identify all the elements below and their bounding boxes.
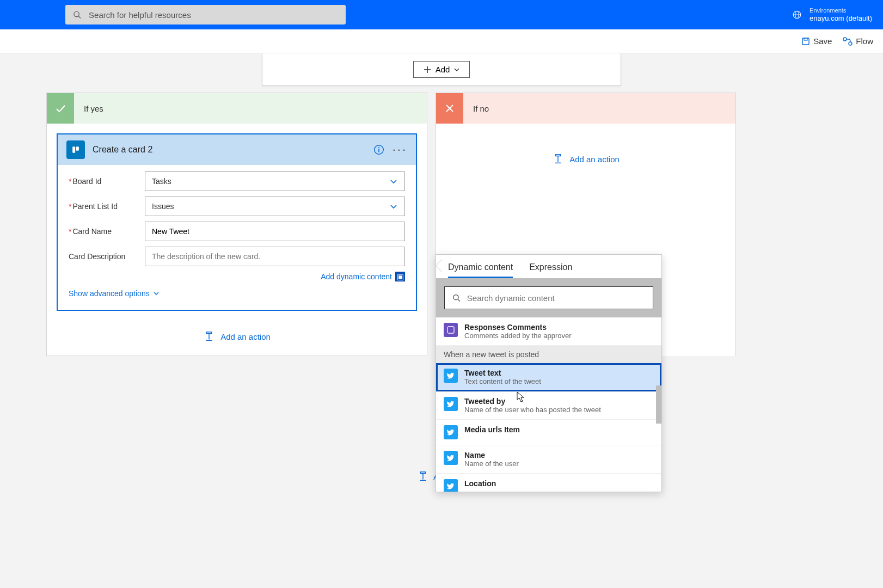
cardname-input[interactable] <box>145 222 405 241</box>
trello-create-card-step: Create a card 2 ··· Board Id Tasks Paren… <box>57 133 417 311</box>
info-icon[interactable] <box>373 144 385 156</box>
svg-point-15 <box>378 147 379 148</box>
twitter-icon <box>444 479 458 492</box>
parentlist-label: Parent List Id <box>69 202 145 211</box>
item-title: Name <box>464 451 519 460</box>
add-action-no-label: Add an action <box>569 155 620 164</box>
save-button[interactable]: Save <box>801 36 832 46</box>
dynamic-item-responses-comments[interactable]: Responses Comments Comments added by the… <box>436 317 661 346</box>
dynamic-search[interactable] <box>444 286 653 309</box>
dynamic-item-tweet-text[interactable]: Tweet text Text content of the tweet <box>436 363 661 391</box>
dynamic-content-toggle-icon: ▣ <box>395 272 405 281</box>
show-advanced-link[interactable]: Show advanced options <box>69 289 405 298</box>
add-action-icon <box>417 470 429 482</box>
twitter-icon <box>444 425 458 439</box>
dynamic-content-label: Add dynamic content <box>321 272 392 281</box>
dynamic-item-media-urls[interactable]: Media urls Item <box>436 420 661 445</box>
item-desc: Name of the user <box>464 460 519 468</box>
boardid-value: Tasks <box>152 177 171 186</box>
add-action-icon <box>203 330 215 342</box>
dynamic-content-panel: Dynamic content Expression Responses Com… <box>436 254 662 492</box>
item-desc: Name of the user who has posted the twee… <box>464 406 601 414</box>
chevron-down-icon <box>454 67 459 72</box>
advanced-label: Show advanced options <box>69 289 150 298</box>
dynamic-search-input[interactable] <box>467 293 645 303</box>
add-action-yes[interactable]: Add an action <box>47 330 427 342</box>
svg-line-1 <box>78 16 81 19</box>
item-title: Tweet text <box>464 369 541 377</box>
branch-yes-title: If yes <box>84 104 103 113</box>
close-icon <box>436 93 463 124</box>
svg-point-8 <box>849 42 852 45</box>
dynamic-group-header: When a new tweet is posted <box>436 346 661 363</box>
branch-if-yes: If yes Create a card 2 ··· Board Id <box>46 93 427 356</box>
environment-icon <box>792 10 802 20</box>
branch-no-header[interactable]: If no <box>436 93 735 124</box>
search-input[interactable] <box>89 10 338 20</box>
dynamic-content-list[interactable]: Responses Comments Comments added by the… <box>436 317 661 492</box>
environment-label: Environments <box>810 7 872 14</box>
svg-point-0 <box>74 11 79 16</box>
add-condition-button[interactable]: Add <box>413 61 470 78</box>
approvals-icon <box>444 323 458 337</box>
add-dynamic-content-link[interactable]: Add dynamic content ▣ <box>69 272 405 281</box>
carddesc-input[interactable] <box>145 247 405 266</box>
card-header[interactable]: Create a card 2 ··· <box>58 134 416 165</box>
item-desc: Comments added by the approver <box>464 332 572 340</box>
tab-dynamic-content[interactable]: Dynamic content <box>448 262 513 278</box>
scrollbar-thumb[interactable] <box>656 385 661 424</box>
add-action-icon <box>552 153 564 165</box>
item-title: Responses Comments <box>464 323 572 332</box>
carddesc-field[interactable] <box>152 252 398 261</box>
item-desc: Text content of the tweet <box>464 377 541 385</box>
item-title: Media urls Item <box>464 425 520 434</box>
parentlist-select[interactable]: Issues <box>145 197 405 216</box>
carddesc-label: Card Description <box>69 252 145 261</box>
tab-expression[interactable]: Expression <box>529 262 572 278</box>
header-search[interactable] <box>65 5 346 24</box>
add-action-label: Add an action <box>220 332 271 341</box>
environment-picker[interactable]: Environments enayu.com (default) <box>810 7 872 23</box>
svg-rect-22 <box>556 155 561 156</box>
dynamic-item-name[interactable]: Name Name of the user <box>436 445 661 474</box>
cardname-field[interactable] <box>152 227 398 236</box>
condition-add-row: Add <box>262 53 621 86</box>
search-icon <box>73 10 81 19</box>
save-icon <box>801 37 810 46</box>
item-title: Tweeted by <box>464 397 601 406</box>
parentlist-value: Issues <box>152 202 174 211</box>
card-title: Create a card 2 <box>93 145 365 155</box>
check-icon <box>47 93 74 124</box>
card-menu-button[interactable]: ··· <box>393 143 407 157</box>
environment-name: enayu.com (default) <box>810 14 872 23</box>
chevron-down-icon <box>153 290 160 297</box>
item-title: Location <box>464 479 496 488</box>
plus-icon <box>424 66 431 74</box>
branch-no-title: If no <box>473 104 489 113</box>
boardid-select[interactable]: Tasks <box>145 171 405 191</box>
search-icon <box>452 293 461 302</box>
svg-line-29 <box>458 299 460 302</box>
svg-point-7 <box>843 38 847 41</box>
twitter-icon <box>444 451 458 465</box>
flow-icon <box>843 37 853 46</box>
svg-point-28 <box>453 295 458 299</box>
add-action-no[interactable]: Add an action <box>436 153 735 165</box>
cardname-label: Card Name <box>69 227 145 236</box>
branch-yes-header[interactable]: If yes <box>47 93 427 124</box>
flow-label: Flow <box>856 36 873 46</box>
svg-rect-30 <box>447 327 454 333</box>
dynamic-item-tweeted-by[interactable]: Tweeted by Name of the user who has post… <box>436 391 661 420</box>
dynamic-item-location[interactable]: Location <box>436 474 661 492</box>
chevron-down-icon <box>389 177 398 186</box>
save-label: Save <box>813 36 832 46</box>
svg-rect-13 <box>76 146 79 151</box>
svg-rect-6 <box>804 38 807 40</box>
chevron-down-icon <box>389 202 398 211</box>
svg-rect-25 <box>420 472 425 474</box>
add-label: Add <box>436 65 450 74</box>
svg-rect-5 <box>802 38 809 45</box>
flow-checker-button[interactable]: Flow <box>843 36 873 46</box>
boardid-label: Board Id <box>69 177 145 186</box>
svg-rect-12 <box>72 146 75 153</box>
